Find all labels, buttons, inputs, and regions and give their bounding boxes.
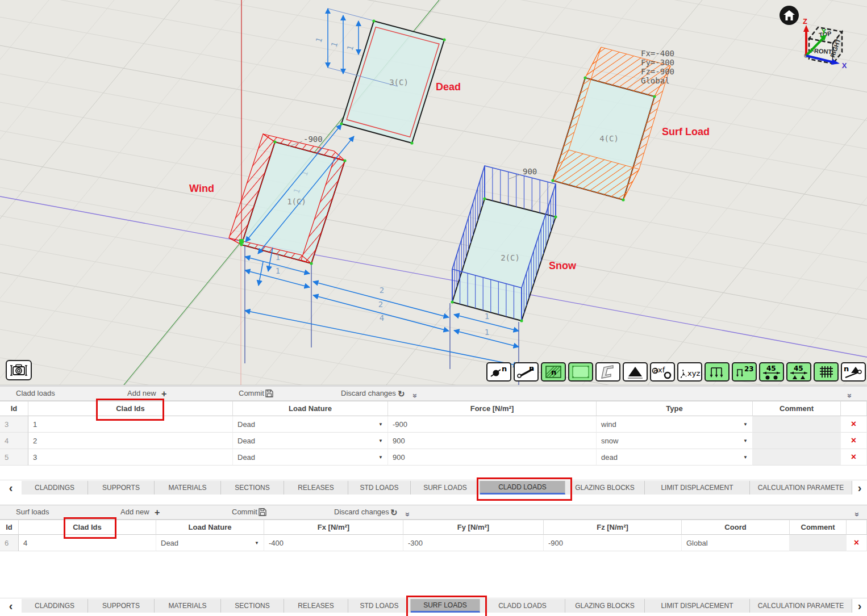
tab-surf-loads[interactable]: SURF LOADS <box>411 481 480 495</box>
cladd-commit-button[interactable]: Commit <box>239 389 264 397</box>
tabbar-scroll-right[interactable]: › <box>852 480 867 495</box>
cladd-row-type-select[interactable]: wind▼ <box>597 416 753 433</box>
delete-row-button[interactable]: × <box>854 538 859 547</box>
screenshot-button[interactable] <box>6 360 32 380</box>
cladd-row-type-select[interactable]: dead▼ <box>597 449 753 466</box>
surf-row-comment[interactable] <box>790 535 847 551</box>
cladd-col-id: Id <box>0 401 28 416</box>
tab-glazing-blocks[interactable]: GLAZING BLOCKS <box>565 481 645 495</box>
cladd-col-force: Force [N/m²] <box>388 401 597 416</box>
cladd-row-delete-cell: × <box>841 433 867 449</box>
tab-std-loads[interactable]: STD LOADS <box>348 481 411 495</box>
tab-cladd-loads[interactable]: CLADD LOADS <box>480 599 565 613</box>
snow-annotation: Snow <box>549 260 577 271</box>
cladd-row-force[interactable]: 900 <box>388 449 597 466</box>
cladd-row-clad-ids[interactable]: 2 <box>28 433 233 449</box>
show-surface-fill-button[interactable] <box>568 362 593 382</box>
show-node-numbers-button[interactable]: n <box>486 362 511 382</box>
surf-row-fy[interactable]: -300 <box>403 535 544 551</box>
surf-add-new-icon[interactable]: + <box>155 508 160 518</box>
tab-cladd-loads[interactable]: CLADD LOADS <box>480 481 565 495</box>
surf-loads-toolbar: Surf loads Add new + Commit Discard chan… <box>0 505 867 519</box>
surf-commit-button[interactable]: Commit <box>232 508 257 516</box>
cladd-discard-icon[interactable]: ↻ <box>398 389 405 399</box>
show-sections-button[interactable] <box>595 362 620 382</box>
tab-materials[interactable]: MATERIALS <box>155 481 221 495</box>
cladd-row-load-nature-select[interactable]: Dead▼ <box>233 433 388 449</box>
cladd-add-new-icon[interactable]: + <box>161 389 166 399</box>
cladd-row-force[interactable]: -900 <box>388 416 597 433</box>
tab-claddings[interactable]: CLADDINGS <box>22 481 88 495</box>
tabbar-scroll-left[interactable]: ‹ <box>0 480 22 495</box>
show-line-numbers-button[interactable]: n <box>514 362 539 382</box>
show-dimensions-nodes-button[interactable]: 45 <box>759 362 784 382</box>
show-distributed-loads-button[interactable] <box>705 362 730 382</box>
show-local-axes-button[interactable]: xyz <box>677 362 702 382</box>
tab-surf-loads[interactable]: SURF LOADS <box>411 599 480 613</box>
dropdown-arrow-icon: ▼ <box>255 540 259 546</box>
show-support-labels-button[interactable]: n <box>841 362 866 382</box>
surf-discard-button[interactable]: Discard changes <box>334 508 389 516</box>
tab-supports[interactable]: SUPPORTS <box>88 481 155 495</box>
tab-releases[interactable]: RELEASES <box>284 481 348 495</box>
cladd-row-force[interactable]: 900 <box>388 433 597 449</box>
surf-add-new-button[interactable]: Add new <box>120 508 149 516</box>
svg-text:45: 45 <box>794 364 803 372</box>
surf-row-clad-ids[interactable]: 4 <box>19 535 156 551</box>
svg-text:1: 1 <box>485 312 489 321</box>
tab-supports[interactable]: SUPPORTS <box>88 599 155 613</box>
tab-claddings[interactable]: CLADDINGS <box>22 599 88 613</box>
dropdown-arrow-icon: ▼ <box>743 438 748 443</box>
cladd-loads-title: Cladd loads <box>16 389 55 397</box>
cladd-row-clad-ids[interactable]: 1 <box>28 416 233 433</box>
tab-std-loads[interactable]: STD LOADS <box>348 599 411 613</box>
surf-row-load-nature-select[interactable]: Dead▼ <box>156 535 264 551</box>
surf-col-fx: Fx [N/m²] <box>264 519 403 535</box>
tab-materials[interactable]: MATERIALS <box>155 599 221 613</box>
tab-calculation-paramete[interactable]: CALCULATION PARAMETE <box>750 599 852 613</box>
show-surface-numbers-button[interactable]: n <box>541 362 566 382</box>
show-dimensions-triangles-button[interactable]: 45 <box>786 362 811 382</box>
tab-calculation-paramete[interactable]: CALCULATION PARAMETE <box>750 481 852 495</box>
dropdown-arrow-icon: ▼ <box>743 422 748 427</box>
cladd-row-load-nature-select[interactable]: Dead▼ <box>233 449 388 466</box>
surf-row-coord[interactable]: Global <box>682 535 790 551</box>
tab-limit-displacement[interactable]: LIMIT DISPLACEMENT <box>645 599 750 613</box>
show-supports-button[interactable] <box>623 362 648 382</box>
delete-row-button[interactable]: × <box>851 452 856 462</box>
surf-row-fz[interactable]: -900 <box>544 535 682 551</box>
delete-row-button[interactable]: × <box>851 436 856 445</box>
cladd-row-clad-ids[interactable]: 3 <box>28 449 233 466</box>
surf-commit-icon[interactable] <box>259 508 266 518</box>
3d-viewport[interactable]: 1 1 2 2 4 1 1 1 1 1 1 1 -900 900 1(C) 2(… <box>0 0 867 385</box>
cladd-add-new-button[interactable]: Add new <box>127 389 156 397</box>
show-load-numbers-button[interactable]: 23 <box>732 362 757 382</box>
tabbar-scroll-left[interactable]: ‹ <box>0 598 22 613</box>
tab-sections[interactable]: SECTIONS <box>221 599 284 613</box>
tab-limit-displacement[interactable]: LIMIT DISPLACEMENT <box>645 481 750 495</box>
delete-row-button[interactable]: × <box>851 420 856 429</box>
cladd-discard-button[interactable]: Discard changes <box>341 389 396 397</box>
home-view-button[interactable] <box>780 6 799 25</box>
cladd-row-comment[interactable] <box>753 449 841 466</box>
surf-row-fx[interactable]: -400 <box>264 535 403 551</box>
show-load-values-button[interactable]: axf <box>650 362 675 382</box>
cladd-row-comment[interactable] <box>753 433 841 449</box>
surf-load-fy-label: Fy=-300 <box>641 58 674 67</box>
surf-loads-table: Id Clad Ids Load Nature Fx [N/m²] Fy [N/… <box>0 519 867 551</box>
cladd-row-load-nature-select[interactable]: Dead▼ <box>233 416 388 433</box>
cladd-col-actions <box>841 401 867 416</box>
svg-text:2: 2 <box>378 300 383 309</box>
tab-releases[interactable]: RELEASES <box>284 599 348 613</box>
cladd-row-comment[interactable] <box>753 416 841 433</box>
panel-label-3c: 3(C) <box>389 78 409 87</box>
tab-glazing-blocks[interactable]: GLAZING BLOCKS <box>565 599 645 613</box>
tab-sections[interactable]: SECTIONS <box>221 481 284 495</box>
tabbar-scroll-right[interactable]: › <box>852 598 867 613</box>
show-grid-button[interactable] <box>814 362 839 382</box>
panel2-value-label: 900 <box>523 167 537 176</box>
surf-col-comment: Comment <box>790 519 847 535</box>
cladd-row-type-select[interactable]: snow▼ <box>597 433 753 449</box>
cladd-commit-icon[interactable] <box>265 389 273 399</box>
surf-discard-icon[interactable]: ↻ <box>390 508 398 518</box>
